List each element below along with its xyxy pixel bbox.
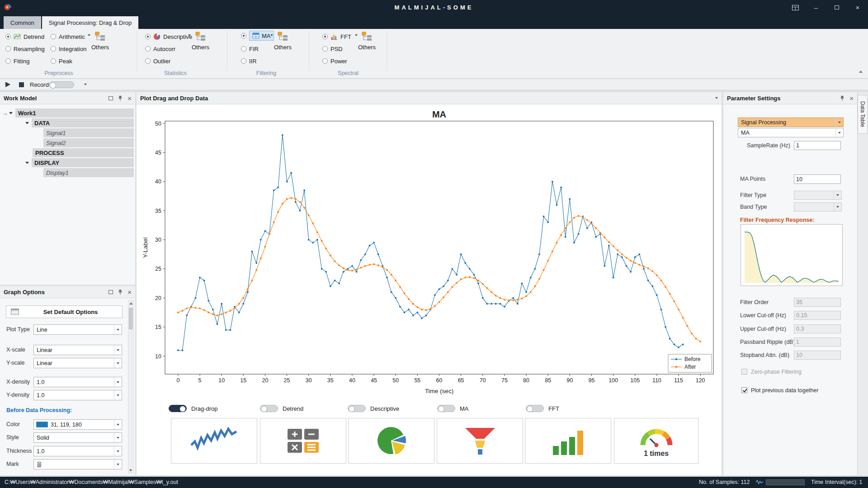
graph-options-scrollbar[interactable] — [128, 300, 134, 474]
tree-item-signal2[interactable]: Signal2 — [43, 138, 134, 147]
plot-type-select[interactable]: Line — [33, 324, 122, 335]
ribbon-item-resampling[interactable]: Resampling — [5, 44, 45, 54]
iir-radio[interactable] — [241, 58, 246, 64]
tree-item-work1[interactable]: Work1 — [15, 108, 134, 117]
layout-grid-icon[interactable] — [785, 0, 806, 15]
toggle-dragdrop[interactable]: Drag-drop — [169, 405, 218, 412]
arithmetic-radio[interactable] — [51, 34, 56, 39]
ribbon-item-autocorr[interactable]: Autocorr — [145, 44, 175, 54]
ribbon-item-integration[interactable]: Integration — [51, 44, 86, 54]
tree-row[interactable]: DISPLAY — [0, 158, 135, 168]
tree-item-display[interactable]: DISPLAY — [32, 158, 134, 167]
fft-switch[interactable] — [526, 405, 544, 412]
fitting-radio[interactable] — [5, 58, 11, 64]
ribbon-item-fir[interactable]: FIR — [241, 44, 259, 54]
toggle-ma[interactable]: MA — [437, 405, 469, 412]
detrend-switch[interactable] — [260, 405, 278, 412]
toggle-detrend[interactable]: Detrend — [260, 405, 303, 412]
color-select[interactable]: 31, 119, 180 — [33, 419, 122, 430]
tab-signal-processing[interactable]: Signal Processing: Drag & Drop — [42, 16, 139, 29]
style-select[interactable]: Solid — [33, 432, 122, 443]
collapse-ribbon-icon[interactable] — [859, 70, 863, 73]
y-density-select[interactable]: 1.0 — [33, 390, 122, 400]
tree-row[interactable]: Signal2 — [0, 138, 135, 148]
scrollbar-thumb[interactable] — [129, 308, 133, 329]
tree-row[interactable]: Display1 — [0, 168, 135, 178]
chevron-down-icon[interactable] — [355, 34, 358, 36]
tree-row[interactable]: → Work1 — [0, 108, 135, 118]
fft-radio[interactable] — [322, 34, 328, 39]
ma-points-input[interactable] — [794, 174, 841, 184]
ribbon-item-power[interactable]: Power — [322, 56, 347, 66]
ribbon-item-ma[interactable]: MA — [241, 31, 274, 41]
ribbon-item-peak[interactable]: Peak — [51, 56, 72, 66]
scroll-down-icon[interactable] — [129, 469, 132, 471]
play-icon[interactable] — [5, 82, 10, 87]
resampling-radio[interactable] — [5, 46, 11, 52]
close-icon[interactable]: × — [127, 95, 132, 102]
pin-icon[interactable] — [118, 95, 123, 101]
ribbon-item-fft[interactable]: FFT — [322, 32, 351, 42]
data-table-tab[interactable]: Data Table — [858, 95, 868, 134]
fft-card[interactable] — [525, 418, 611, 464]
tree-row[interactable]: Signal1 — [0, 128, 135, 138]
toggle-descriptive[interactable]: Descriptive — [348, 405, 399, 412]
float-panel-icon[interactable] — [108, 290, 113, 294]
peak-radio[interactable] — [51, 58, 56, 64]
scroll-up-icon[interactable] — [129, 302, 133, 305]
close-icon[interactable]: × — [127, 289, 132, 296]
spectral-others-button[interactable]: Others — [358, 32, 376, 51]
toggle-fft[interactable]: FFT — [526, 405, 559, 412]
x-density-select[interactable]: 1.0 — [33, 377, 122, 387]
chevron-down-icon[interactable] — [715, 97, 718, 99]
outlier-radio[interactable] — [145, 58, 151, 64]
x-scale-select[interactable]: Linear — [33, 345, 122, 355]
set-default-options-button[interactable]: Set Default Options — [6, 305, 123, 318]
plot-previous-checkbox[interactable] — [741, 387, 747, 393]
expander-icon[interactable] — [9, 112, 13, 114]
ribbon-item-detrend[interactable]: Detrend — [5, 32, 44, 42]
statistics-others-button[interactable]: Others — [192, 32, 209, 51]
thickness-select[interactable]: 1.0 — [33, 446, 122, 456]
minimize-button[interactable]: – — [806, 0, 826, 15]
ma-line-chart[interactable]: 0510152025303540455055606570758085909510… — [140, 108, 719, 401]
close-button[interactable]: × — [847, 0, 868, 15]
mark-select[interactable]: 을 — [33, 459, 122, 469]
preprocess-others-button[interactable]: Others — [91, 32, 109, 51]
detrend-radio[interactable] — [5, 34, 11, 39]
tree-row[interactable]: PROCESS — [0, 148, 135, 158]
descriptive-switch[interactable] — [348, 405, 366, 412]
tree-item-display1[interactable]: Display1 — [43, 168, 134, 177]
detrend-card[interactable] — [260, 418, 346, 464]
pin-icon[interactable] — [840, 95, 845, 101]
tree-item-process[interactable]: PROCESS — [33, 148, 134, 157]
autocorr-radio[interactable] — [145, 46, 151, 52]
tree-row[interactable]: DATA — [0, 118, 135, 128]
ma-switch[interactable] — [437, 405, 455, 412]
pin-icon[interactable] — [118, 289, 123, 295]
tree-item-signal1[interactable]: Signal1 — [43, 128, 134, 137]
integration-radio[interactable] — [51, 46, 56, 52]
ma-radio[interactable] — [241, 33, 246, 38]
ribbon-item-descriptive[interactable]: Descriptive — [145, 32, 192, 42]
stop-icon[interactable] — [19, 82, 24, 87]
chevron-down-icon[interactable] — [84, 84, 87, 85]
ribbon-item-arithmetic[interactable]: Arithmetic — [51, 32, 85, 42]
fir-radio[interactable] — [241, 46, 246, 52]
y-scale-select[interactable]: Linear — [33, 358, 122, 368]
dragdrop-switch[interactable] — [169, 405, 187, 412]
float-panel-icon[interactable] — [108, 96, 113, 100]
psd-radio[interactable] — [322, 46, 328, 52]
descriptive-radio[interactable] — [145, 34, 151, 39]
descriptive-card[interactable] — [348, 418, 434, 464]
ribbon-item-fitting[interactable]: Fitting — [5, 56, 29, 66]
close-icon[interactable]: × — [849, 95, 854, 102]
ribbon-item-psd[interactable]: PSD — [322, 44, 343, 54]
method-select[interactable]: MA — [738, 128, 844, 137]
category-select[interactable]: Signal Processing — [738, 117, 844, 127]
power-radio[interactable] — [322, 58, 328, 64]
chevron-down-icon[interactable] — [88, 34, 90, 36]
chevron-down-icon[interactable] — [188, 34, 191, 36]
tree-item-data[interactable]: DATA — [32, 118, 134, 127]
tab-common[interactable]: Common — [4, 16, 41, 29]
